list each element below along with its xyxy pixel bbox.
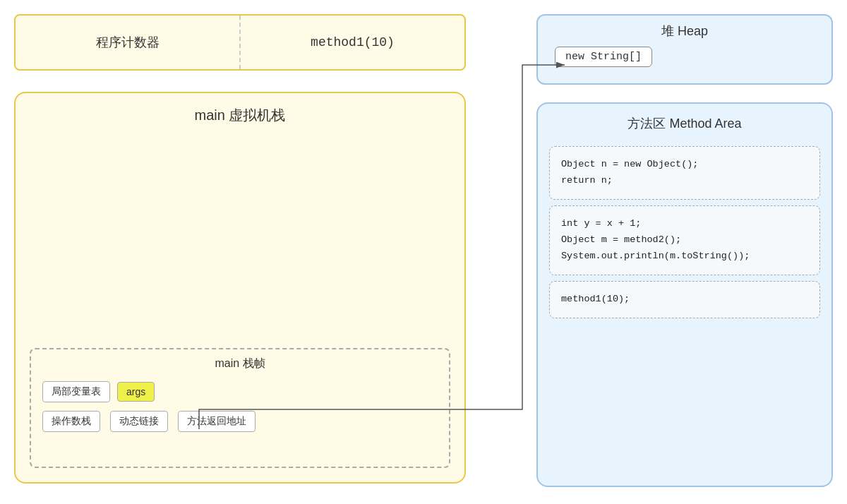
- return-text: 方法返回地址: [187, 415, 246, 426]
- heap-title: 堆 Heap: [538, 16, 831, 44]
- pc-method: method1(10): [241, 16, 464, 69]
- new-string-box: new String[]: [555, 47, 652, 67]
- main-stack-frame: main 栈帧 局部变量表 args 操作数栈 动态链接 方法返回地址: [30, 348, 450, 468]
- stack-frame-title: main 栈帧: [31, 349, 449, 377]
- dynamic-text: 动态链接: [119, 415, 159, 426]
- stack-frame-row2: 操作数栈 动态链接 方法返回地址: [31, 407, 449, 436]
- code-block-3: method1(10);: [549, 281, 820, 318]
- heap-title-text: 堆 Heap: [661, 24, 708, 38]
- pc-method-text: method1(10): [311, 35, 395, 49]
- code-block2-line1: int y = x + 1;: [561, 216, 808, 232]
- code-block1-line2: return n;: [561, 173, 808, 189]
- args-text: args: [126, 386, 145, 397]
- local-var-text: 局部变量表: [52, 385, 101, 397]
- new-string-text: new String[]: [565, 51, 642, 63]
- pc-label: 程序计数器: [16, 16, 241, 69]
- local-var-label: 局部变量表: [42, 381, 110, 402]
- program-counter-area: 程序计数器 method1(10): [14, 14, 466, 71]
- heap-content: new String[]: [538, 44, 831, 70]
- operand-stack-label: 操作数栈: [42, 411, 100, 432]
- return-addr-label: 方法返回地址: [178, 411, 256, 432]
- code-block1-line1: Object n = new Object();: [561, 157, 808, 173]
- stack-frame-title-text: main 栈帧: [215, 357, 265, 369]
- heap-area: 堆 Heap new String[]: [536, 14, 833, 85]
- dynamic-link-label: 动态链接: [110, 411, 168, 432]
- code-block-2: int y = x + 1; Object m = method2(); Sys…: [549, 205, 820, 275]
- diagram-container: 程序计数器 method1(10) main 虚拟机栈 main 栈帧 局部变量…: [0, 0, 847, 504]
- code-block2-line2: Object m = method2();: [561, 232, 808, 248]
- program-counter-text: 程序计数器: [96, 34, 160, 51]
- method-area-title-text: 方法区 Method Area: [627, 116, 741, 131]
- jvm-stack-area: main 虚拟机栈 main 栈帧 局部变量表 args 操作数栈 动态链接: [14, 92, 466, 484]
- jvm-stack-title-text: main 虚拟机栈: [195, 107, 286, 123]
- method-area: 方法区 Method Area Object n = new Object();…: [536, 102, 833, 487]
- args-label: args: [117, 382, 155, 402]
- code-block2-line3: System.out.println(m.toString());: [561, 248, 808, 265]
- code-block-1: Object n = new Object(); return n;: [549, 146, 820, 200]
- stack-frame-row1: 局部变量表 args: [31, 377, 449, 407]
- method-area-title: 方法区 Method Area: [538, 104, 831, 140]
- code-block3-line1: method1(10);: [561, 292, 808, 308]
- jvm-stack-title: main 虚拟机栈: [16, 93, 464, 132]
- operand-text: 操作数栈: [52, 415, 91, 426]
